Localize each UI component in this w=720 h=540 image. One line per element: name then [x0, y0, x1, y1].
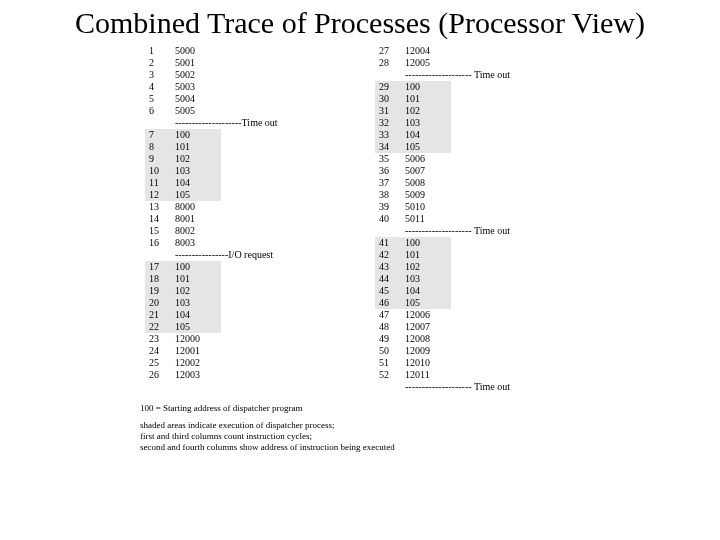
trace-row-dispatcher: 33104	[375, 129, 605, 141]
cycle-number: 28	[375, 57, 405, 69]
instruction-address: 102	[175, 153, 221, 165]
cycle-number: 48	[375, 321, 405, 333]
trace-row: 2412001	[145, 345, 375, 357]
cycle-number: 27	[375, 45, 405, 57]
instruction-address: 12002	[175, 357, 221, 369]
instruction-address: 8001	[175, 213, 221, 225]
trace-row: 65005	[145, 105, 375, 117]
cycle-number: 2	[145, 57, 175, 69]
trace-row: 4812007	[375, 321, 605, 333]
trace-row-dispatcher: 17100	[145, 261, 375, 273]
footnote-caption: shaded areas indicate execution of dispa…	[140, 420, 720, 453]
instruction-address: 5001	[175, 57, 221, 69]
trace-row-dispatcher: 8101	[145, 141, 375, 153]
trace-row: 5212011	[375, 369, 605, 381]
trace-table: 150002500135002450035500465005----------…	[0, 45, 720, 393]
instruction-address: 8000	[175, 201, 221, 213]
trace-row: 2512002	[145, 357, 375, 369]
cycle-number: 41	[375, 237, 405, 249]
cycle-number: 42	[375, 249, 405, 261]
instruction-address: 103	[175, 297, 221, 309]
footnote-line: first and third columns count instructio…	[140, 431, 312, 441]
cycle-number: 10	[145, 165, 175, 177]
instruction-address: 105	[405, 297, 451, 309]
cycle-number: 38	[375, 189, 405, 201]
instruction-address: 100	[405, 81, 451, 93]
trace-row: 2712004	[375, 45, 605, 57]
trace-row: 15000	[145, 45, 375, 57]
cycle-number: 35	[375, 153, 405, 165]
instruction-address: 102	[405, 105, 451, 117]
separator-line: --------------------Time out	[145, 117, 375, 129]
trace-row: 2612003	[145, 369, 375, 381]
cycle-number: 22	[145, 321, 175, 333]
cycle-number: 9	[145, 153, 175, 165]
trace-row: 4712006	[375, 309, 605, 321]
cycle-number: 49	[375, 333, 405, 345]
trace-row: 2812005	[375, 57, 605, 69]
cycle-number: 5	[145, 93, 175, 105]
cycle-number: 30	[375, 93, 405, 105]
cycle-number: 21	[145, 309, 175, 321]
instruction-address: 5003	[175, 81, 221, 93]
instruction-address: 101	[405, 93, 451, 105]
instruction-address: 100	[405, 237, 451, 249]
instruction-address: 12003	[175, 369, 221, 381]
footnote-dispatcher-addr: 100 = Starting address of dispatcher pro…	[140, 403, 720, 414]
cycle-number: 45	[375, 285, 405, 297]
trace-row-dispatcher: 10103	[145, 165, 375, 177]
cycle-number: 36	[375, 165, 405, 177]
cycle-number: 25	[145, 357, 175, 369]
instruction-address: 12007	[405, 321, 451, 333]
instruction-address: 5010	[405, 201, 451, 213]
trace-row-dispatcher: 32103	[375, 117, 605, 129]
trace-row: 5012009	[375, 345, 605, 357]
cycle-number: 4	[145, 81, 175, 93]
footnote-line: shaded areas indicate execution of dispa…	[140, 420, 334, 430]
instruction-address: 104	[175, 309, 221, 321]
footnote-line: second and fourth columns show address o…	[140, 442, 395, 452]
trace-row-dispatcher: 42101	[375, 249, 605, 261]
instruction-address: 5011	[405, 213, 451, 225]
cycle-number: 32	[375, 117, 405, 129]
instruction-address: 5004	[175, 93, 221, 105]
instruction-address: 5008	[405, 177, 451, 189]
instruction-address: 12011	[405, 369, 451, 381]
trace-row: 55004	[145, 93, 375, 105]
instruction-address: 12009	[405, 345, 451, 357]
cycle-number: 47	[375, 309, 405, 321]
cycle-number: 31	[375, 105, 405, 117]
footnotes: 100 = Starting address of dispatcher pro…	[0, 393, 720, 453]
instruction-address: 100	[175, 261, 221, 273]
trace-row-dispatcher: 11104	[145, 177, 375, 189]
trace-row: 35002	[145, 69, 375, 81]
trace-row: 45003	[145, 81, 375, 93]
instruction-address: 104	[175, 177, 221, 189]
instruction-address: 103	[405, 117, 451, 129]
instruction-address: 5002	[175, 69, 221, 81]
cycle-number: 8	[145, 141, 175, 153]
trace-column-right: 27120042812005-------------------- Time …	[375, 45, 605, 393]
cycle-number: 44	[375, 273, 405, 285]
instruction-address: 104	[405, 129, 451, 141]
trace-row: 405011	[375, 213, 605, 225]
cycle-number: 43	[375, 261, 405, 273]
cycle-number: 46	[375, 297, 405, 309]
trace-column-left: 150002500135002450035500465005----------…	[145, 45, 375, 393]
cycle-number: 1	[145, 45, 175, 57]
cycle-number: 7	[145, 129, 175, 141]
trace-row-dispatcher: 43102	[375, 261, 605, 273]
trace-row: 138000	[145, 201, 375, 213]
trace-row: 148001	[145, 213, 375, 225]
instruction-address: 12005	[405, 57, 451, 69]
instruction-address: 12010	[405, 357, 451, 369]
cycle-number: 50	[375, 345, 405, 357]
instruction-address: 105	[175, 189, 221, 201]
instruction-address: 8003	[175, 237, 221, 249]
instruction-address: 100	[175, 129, 221, 141]
trace-row-dispatcher: 46105	[375, 297, 605, 309]
cycle-number: 6	[145, 105, 175, 117]
instruction-address: 105	[175, 321, 221, 333]
separator-line: -------------------- Time out	[375, 225, 605, 237]
cycle-number: 26	[145, 369, 175, 381]
